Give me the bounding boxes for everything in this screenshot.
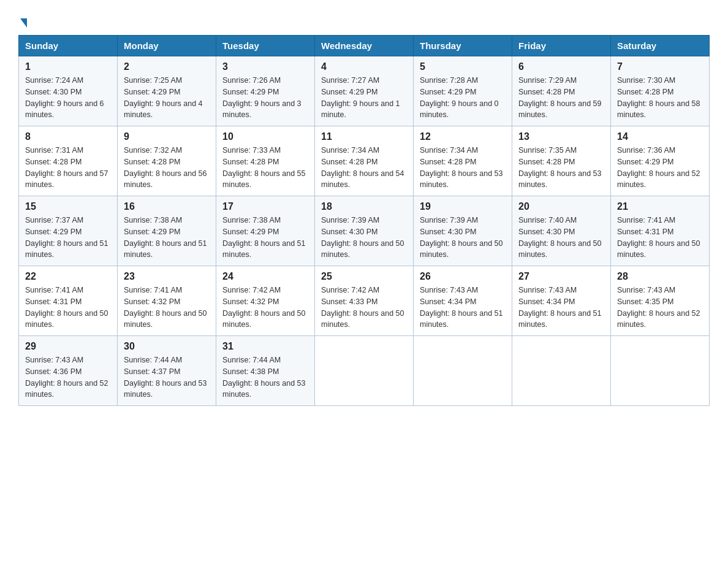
- day-info: Sunrise: 7:29 AMSunset: 4:28 PMDaylight:…: [518, 76, 602, 119]
- day-info: Sunrise: 7:43 AMSunset: 4:34 PMDaylight:…: [420, 286, 503, 329]
- calendar-cell: 4 Sunrise: 7:27 AMSunset: 4:29 PMDayligh…: [315, 56, 414, 126]
- day-info: Sunrise: 7:43 AMSunset: 4:34 PMDaylight:…: [518, 286, 602, 329]
- day-number: 18: [321, 201, 407, 212]
- calendar-cell: 16 Sunrise: 7:38 AMSunset: 4:29 PMDaylig…: [118, 196, 216, 266]
- calendar-table: SundayMondayTuesdayWednesdayThursdayFrid…: [18, 35, 710, 406]
- header-monday: Monday: [118, 36, 216, 56]
- logo-arrow-icon: [20, 18, 27, 28]
- calendar-cell: 26 Sunrise: 7:43 AMSunset: 4:34 PMDaylig…: [414, 266, 512, 336]
- day-number: 13: [518, 131, 604, 142]
- day-number: 1: [25, 61, 111, 72]
- calendar-cell: 21 Sunrise: 7:41 AMSunset: 4:31 PMDaylig…: [611, 196, 710, 266]
- calendar-cell: 20 Sunrise: 7:40 AMSunset: 4:30 PMDaylig…: [512, 196, 611, 266]
- day-number: 25: [321, 271, 407, 282]
- calendar-cell: 1 Sunrise: 7:24 AMSunset: 4:30 PMDayligh…: [19, 56, 118, 126]
- day-number: 8: [25, 131, 111, 142]
- day-info: Sunrise: 7:43 AMSunset: 4:36 PMDaylight:…: [25, 356, 108, 399]
- day-info: Sunrise: 7:26 AMSunset: 4:29 PMDaylight:…: [222, 76, 301, 119]
- day-number: 26: [420, 271, 506, 282]
- day-number: 27: [518, 271, 604, 282]
- header-tuesday: Tuesday: [216, 36, 315, 56]
- header-friday: Friday: [512, 36, 611, 56]
- day-number: 9: [124, 131, 210, 142]
- calendar-cell: 23 Sunrise: 7:41 AMSunset: 4:32 PMDaylig…: [118, 266, 216, 336]
- calendar-cell: 18 Sunrise: 7:39 AMSunset: 4:30 PMDaylig…: [315, 196, 414, 266]
- day-info: Sunrise: 7:28 AMSunset: 4:29 PMDaylight:…: [420, 76, 499, 119]
- header-saturday: Saturday: [611, 36, 710, 56]
- calendar-cell: 24 Sunrise: 7:42 AMSunset: 4:32 PMDaylig…: [216, 266, 315, 336]
- day-info: Sunrise: 7:41 AMSunset: 4:32 PMDaylight:…: [124, 286, 207, 329]
- day-number: 29: [25, 341, 111, 352]
- day-info: Sunrise: 7:32 AMSunset: 4:28 PMDaylight:…: [124, 146, 207, 189]
- day-number: 7: [617, 61, 703, 72]
- calendar-cell: 13 Sunrise: 7:35 AMSunset: 4:28 PMDaylig…: [512, 126, 611, 196]
- day-number: 28: [617, 271, 703, 282]
- day-number: 11: [321, 131, 407, 142]
- day-info: Sunrise: 7:38 AMSunset: 4:29 PMDaylight:…: [222, 216, 306, 259]
- calendar-cell: 22 Sunrise: 7:41 AMSunset: 4:31 PMDaylig…: [19, 266, 118, 336]
- day-number: 5: [420, 61, 506, 72]
- day-info: Sunrise: 7:35 AMSunset: 4:28 PMDaylight:…: [518, 146, 602, 189]
- header-sunday: Sunday: [19, 36, 118, 56]
- day-info: Sunrise: 7:40 AMSunset: 4:30 PMDaylight:…: [518, 216, 602, 259]
- calendar-cell: 19 Sunrise: 7:39 AMSunset: 4:30 PMDaylig…: [414, 196, 512, 266]
- day-info: Sunrise: 7:34 AMSunset: 4:28 PMDaylight:…: [321, 146, 404, 189]
- day-info: Sunrise: 7:36 AMSunset: 4:29 PMDaylight:…: [617, 146, 700, 189]
- day-info: Sunrise: 7:41 AMSunset: 4:31 PMDaylight:…: [25, 286, 108, 329]
- calendar-week-row: 22 Sunrise: 7:41 AMSunset: 4:31 PMDaylig…: [19, 266, 710, 336]
- calendar-cell: 6 Sunrise: 7:29 AMSunset: 4:28 PMDayligh…: [512, 56, 611, 126]
- day-number: 4: [321, 61, 407, 72]
- calendar-cell: [414, 336, 512, 406]
- day-info: Sunrise: 7:38 AMSunset: 4:29 PMDaylight:…: [124, 216, 207, 259]
- calendar-cell: 15 Sunrise: 7:37 AMSunset: 4:29 PMDaylig…: [19, 196, 118, 266]
- day-info: Sunrise: 7:41 AMSunset: 4:31 PMDaylight:…: [617, 216, 700, 259]
- calendar-cell: 14 Sunrise: 7:36 AMSunset: 4:29 PMDaylig…: [611, 126, 710, 196]
- calendar-cell: 5 Sunrise: 7:28 AMSunset: 4:29 PMDayligh…: [414, 56, 512, 126]
- day-number: 16: [124, 201, 210, 212]
- calendar-cell: 31 Sunrise: 7:44 AMSunset: 4:38 PMDaylig…: [216, 336, 315, 406]
- day-info: Sunrise: 7:43 AMSunset: 4:35 PMDaylight:…: [617, 286, 700, 329]
- day-info: Sunrise: 7:39 AMSunset: 4:30 PMDaylight:…: [420, 216, 503, 259]
- day-number: 14: [617, 131, 703, 142]
- calendar-cell: 25 Sunrise: 7:42 AMSunset: 4:33 PMDaylig…: [315, 266, 414, 336]
- day-info: Sunrise: 7:31 AMSunset: 4:28 PMDaylight:…: [25, 146, 108, 189]
- calendar-cell: 12 Sunrise: 7:34 AMSunset: 4:28 PMDaylig…: [414, 126, 512, 196]
- calendar-cell: 3 Sunrise: 7:26 AMSunset: 4:29 PMDayligh…: [216, 56, 315, 126]
- day-number: 23: [124, 271, 210, 282]
- calendar-cell: [611, 336, 710, 406]
- day-number: 20: [518, 201, 604, 212]
- day-info: Sunrise: 7:44 AMSunset: 4:37 PMDaylight:…: [124, 356, 207, 399]
- calendar-cell: 10 Sunrise: 7:33 AMSunset: 4:28 PMDaylig…: [216, 126, 315, 196]
- header-wednesday: Wednesday: [315, 36, 414, 56]
- day-info: Sunrise: 7:33 AMSunset: 4:28 PMDaylight:…: [222, 146, 306, 189]
- calendar-header-row: SundayMondayTuesdayWednesdayThursdayFrid…: [19, 36, 710, 56]
- day-number: 15: [25, 201, 111, 212]
- day-info: Sunrise: 7:39 AMSunset: 4:30 PMDaylight:…: [321, 216, 404, 259]
- day-number: 6: [518, 61, 604, 72]
- day-info: Sunrise: 7:30 AMSunset: 4:28 PMDaylight:…: [617, 76, 700, 119]
- calendar-week-row: 29 Sunrise: 7:43 AMSunset: 4:36 PMDaylig…: [19, 336, 710, 406]
- day-number: 21: [617, 201, 703, 212]
- day-number: 22: [25, 271, 111, 282]
- day-info: Sunrise: 7:37 AMSunset: 4:29 PMDaylight:…: [25, 216, 108, 259]
- day-number: 12: [420, 131, 506, 142]
- day-number: 17: [222, 201, 308, 212]
- day-info: Sunrise: 7:24 AMSunset: 4:30 PMDaylight:…: [25, 76, 104, 119]
- day-info: Sunrise: 7:42 AMSunset: 4:33 PMDaylight:…: [321, 286, 404, 329]
- day-number: 31: [222, 341, 308, 352]
- calendar-cell: 2 Sunrise: 7:25 AMSunset: 4:29 PMDayligh…: [118, 56, 216, 126]
- calendar-cell: 29 Sunrise: 7:43 AMSunset: 4:36 PMDaylig…: [19, 336, 118, 406]
- day-number: 10: [222, 131, 308, 142]
- calendar-cell: 17 Sunrise: 7:38 AMSunset: 4:29 PMDaylig…: [216, 196, 315, 266]
- calendar-cell: 9 Sunrise: 7:32 AMSunset: 4:28 PMDayligh…: [118, 126, 216, 196]
- calendar-cell: 8 Sunrise: 7:31 AMSunset: 4:28 PMDayligh…: [19, 126, 118, 196]
- calendar-week-row: 15 Sunrise: 7:37 AMSunset: 4:29 PMDaylig…: [19, 196, 710, 266]
- day-info: Sunrise: 7:42 AMSunset: 4:32 PMDaylight:…: [222, 286, 306, 329]
- logo: [18, 17, 27, 25]
- day-info: Sunrise: 7:34 AMSunset: 4:28 PMDaylight:…: [420, 146, 503, 189]
- day-info: Sunrise: 7:25 AMSunset: 4:29 PMDaylight:…: [124, 76, 203, 119]
- calendar-week-row: 1 Sunrise: 7:24 AMSunset: 4:30 PMDayligh…: [19, 56, 710, 126]
- day-number: 30: [124, 341, 210, 352]
- day-number: 24: [222, 271, 308, 282]
- calendar-cell: 11 Sunrise: 7:34 AMSunset: 4:28 PMDaylig…: [315, 126, 414, 196]
